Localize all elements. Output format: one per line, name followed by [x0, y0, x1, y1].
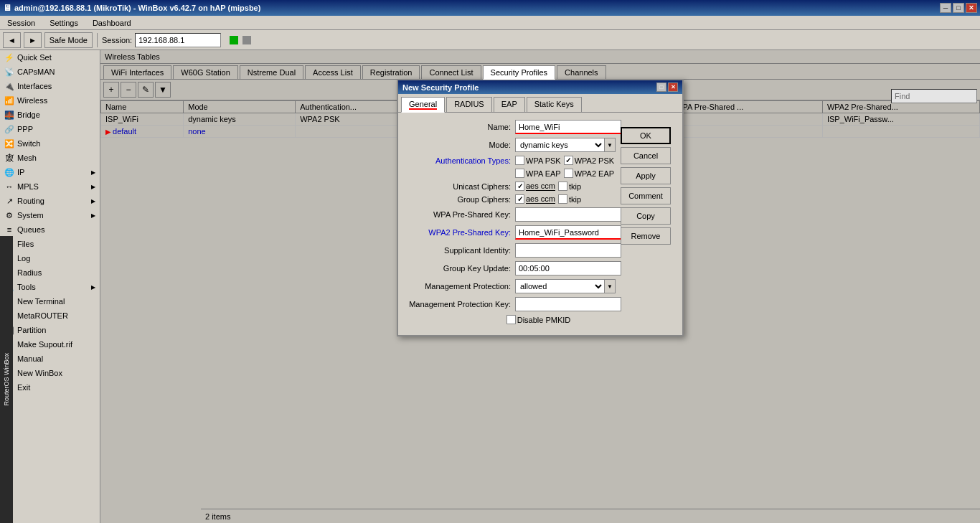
routing-icon: ↗ — [4, 196, 14, 206]
sidebar-label-switch: Switch — [17, 139, 40, 148]
comment-button[interactable]: Comment — [621, 187, 671, 204]
toolbar-separator — [97, 33, 98, 47]
eap-row: WPA EAP WPA2 EAP — [404, 169, 616, 178]
remove-dialog-button[interactable]: Remove — [621, 227, 671, 245]
supplicant-input[interactable] — [515, 243, 621, 258]
minimize-button[interactable]: ─ — [940, 3, 951, 13]
sidebar-label-files: Files — [17, 240, 34, 248]
tab-security-profiles[interactable]: Security Profiles — [483, 65, 555, 80]
sidebar-item-tools[interactable]: 🔧 Tools ▶ — [0, 280, 100, 294]
group-key-input[interactable] — [515, 261, 621, 275]
group-ciphers-row: Group Ciphers: ✓ aes ccm — [404, 194, 616, 204]
toolbar: ◄ ► Safe Mode Session: 192.168.88.1 — [0, 30, 980, 50]
dialog-close-button[interactable]: ✕ — [668, 83, 678, 92]
mode-dropdown-arrow[interactable]: ▼ — [604, 138, 616, 152]
sidebar-item-exit[interactable]: ✕ Exit — [0, 380, 100, 395]
titlebar-left: 🖥 admin@192.168.88.1 (MikroTik) - WinBox… — [3, 3, 260, 13]
group-tkip-checkbox[interactable] — [558, 194, 567, 204]
sidebar-item-queues[interactable]: ≡ Queues — [0, 222, 100, 237]
sidebar-item-bridge[interactable]: 🌉 Bridge — [0, 108, 100, 122]
group-tkip-label: tkip — [569, 195, 581, 204]
wpa2-psk-label: WPA2 PSK — [575, 156, 614, 165]
ip-arrow-icon: ▶ — [91, 169, 95, 176]
sidebar-item-capsman[interactable]: 📡 CAPsMAN — [0, 65, 100, 79]
dialog-tab-eap[interactable]: EAP — [494, 97, 525, 112]
sidebar-item-log[interactable]: 📋 Log — [0, 251, 100, 265]
sidebar-item-manual[interactable]: ❓ Manual — [0, 352, 100, 366]
mgmt-protection-dropdown-arrow[interactable]: ▼ — [604, 279, 616, 293]
unicast-aesccm-check-mark: ✓ — [517, 182, 523, 190]
dialog-title-controls: □ ✕ — [656, 83, 678, 92]
wpa-psk-label: WPA PSK — [526, 156, 561, 165]
group-aesccm-label: aes ccm — [526, 194, 555, 204]
dialog-tab-static-keys[interactable]: Static Keys — [527, 97, 582, 112]
sidebar-item-system[interactable]: ⚙ System ▶ — [0, 208, 100, 222]
sidebar-item-files[interactable]: 📁 Files — [0, 237, 100, 251]
sidebar-item-interfaces[interactable]: 🔌 Interfaces — [0, 79, 100, 93]
sidebar-item-new-winbox[interactable]: 🖥 New WinBox — [0, 366, 100, 380]
side-label-text: RouterOS WinBox — [3, 353, 10, 406]
sidebar-item-ip[interactable]: 🌐 IP ▶ — [0, 165, 100, 179]
session-input[interactable]: 192.168.88.1 — [135, 33, 221, 47]
wpa-psk-checkbox[interactable] — [515, 156, 524, 165]
dialog-tab-radius[interactable]: RADIUS — [446, 97, 492, 112]
mgmt-protection-select-wrap: allowed ▼ — [515, 279, 616, 293]
close-button[interactable]: ✕ — [966, 3, 977, 13]
mode-select[interactable]: dynamic keys — [515, 138, 605, 152]
wpa2-pre-input[interactable] — [515, 225, 621, 240]
session-label: Session: — [102, 36, 132, 44]
sidebar-label-make-supout: Make Supout.rif — [17, 340, 72, 349]
dialog-tab-general[interactable]: General — [401, 97, 445, 113]
unicast-row: Unicast Ciphers: ✓ aes ccm — [404, 182, 616, 191]
sidebar-item-ppp[interactable]: 🔗 PPP — [0, 122, 100, 136]
sidebar-item-wireless[interactable]: 📶 Wireless — [0, 93, 100, 108]
menu-session[interactable]: Session — [3, 17, 39, 29]
wpa2-eap-checkbox[interactable] — [564, 169, 573, 178]
ok-button[interactable]: OK — [621, 127, 671, 144]
sidebar-label-wireless: Wireless — [17, 96, 47, 105]
system-icon: ⚙ — [4, 210, 14, 220]
sidebar-item-mpls[interactable]: ↔ MPLS ▶ — [0, 179, 100, 194]
wpa-psk-item: WPA PSK — [515, 156, 561, 165]
sidebar-item-make-supout[interactable]: 📄 Make Supout.rif — [0, 337, 100, 352]
mpls-icon: ↔ — [4, 182, 14, 192]
sidebar-item-quick-set[interactable]: ⚡ Quick Set — [0, 50, 100, 65]
unicast-tkip-checkbox[interactable] — [558, 182, 567, 191]
ppp-icon: 🔗 — [4, 124, 14, 134]
maximize-button[interactable]: □ — [953, 3, 964, 13]
unicast-aesccm-checkbox[interactable]: ✓ — [515, 182, 524, 191]
menubar: Session Settings Dashboard — [0, 16, 980, 30]
name-input[interactable] — [515, 120, 621, 134]
wpa-pre-input[interactable] — [515, 207, 621, 222]
cancel-button[interactable]: Cancel — [621, 147, 671, 164]
apply-button[interactable]: Apply — [621, 167, 671, 184]
wpa-eap-checkbox[interactable] — [515, 169, 524, 178]
forward-button[interactable]: ► — [24, 32, 42, 48]
menu-dashboard[interactable]: Dashboard — [88, 17, 136, 29]
dialog-maximize-button[interactable]: □ — [656, 83, 666, 92]
sidebar-label-bridge: Bridge — [17, 110, 40, 119]
unicast-tkip-item: tkip — [558, 182, 581, 191]
sidebar-item-routing[interactable]: ↗ Routing ▶ — [0, 194, 100, 208]
unicast-checkboxes: ✓ aes ccm tkip — [515, 182, 616, 191]
disable-pmkid-checkbox[interactable] — [507, 315, 516, 324]
copy-button[interactable]: Copy — [621, 207, 671, 225]
back-button[interactable]: ◄ — [3, 32, 21, 48]
sidebar-item-new-terminal[interactable]: ▶ New Terminal — [0, 294, 100, 308]
sidebar-item-metarouter[interactable]: ⬡ MetaROUTER — [0, 308, 100, 323]
sidebar-item-switch[interactable]: 🔀 Switch — [0, 136, 100, 151]
sidebar-item-mesh[interactable]: 🕸 Mesh — [0, 151, 100, 165]
menu-settings[interactable]: Settings — [45, 17, 83, 29]
disable-pmkid-item: Disable PMKID — [507, 315, 571, 324]
safe-mode-button[interactable]: Safe Mode — [44, 32, 93, 48]
group-aesccm-checkbox[interactable]: ✓ — [515, 194, 524, 204]
mgmt-protection-select[interactable]: allowed — [515, 279, 605, 293]
sidebar-item-radius[interactable]: ⊙ Radius — [0, 265, 100, 280]
wpa2-psk-checkbox[interactable]: ✓ — [564, 156, 573, 165]
sidebar-label-manual: Manual — [17, 354, 43, 363]
sidebar-label-new-winbox: New WinBox — [17, 369, 62, 377]
side-label: RouterOS WinBox — [0, 236, 13, 523]
mgmt-key-input[interactable] — [515, 297, 621, 311]
sidebar-item-partition[interactable]: 💾 Partition — [0, 323, 100, 337]
sidebar-label-radius: Radius — [17, 268, 42, 277]
